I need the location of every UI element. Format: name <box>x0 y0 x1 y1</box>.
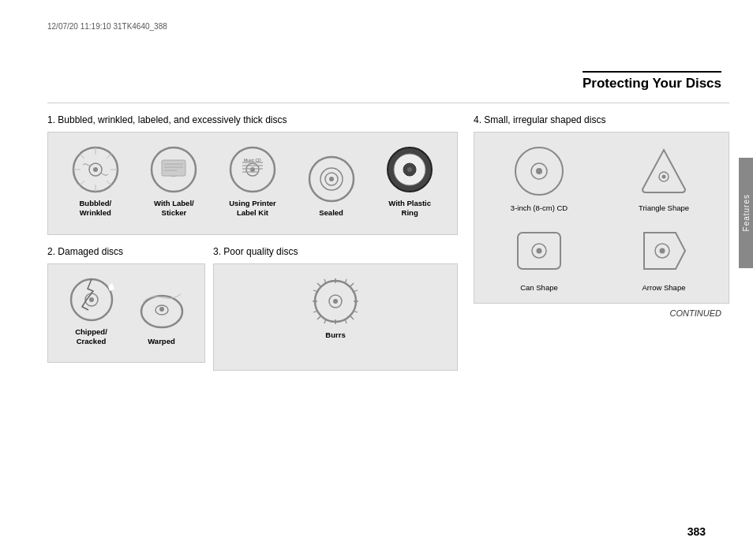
section3-box: Burrs <box>213 263 458 371</box>
page-number: 383 <box>687 525 706 538</box>
svg-line-50 <box>317 316 320 319</box>
chipped-icon <box>69 277 114 323</box>
disc-triangle-caption: Triangle Shape <box>639 203 689 212</box>
section4-disc-grid: 3-inch (8-cm) CD Triangle Shape <box>482 144 721 292</box>
main-content: 1. Bubbled, wrinkled, labeled, and exces… <box>47 103 729 513</box>
side-tab-label: Features <box>742 194 751 231</box>
svg-point-36 <box>89 297 94 302</box>
svg-line-48 <box>350 316 354 319</box>
section2-label: 2. Damaged discs <box>47 246 205 257</box>
arrow-icon <box>636 223 691 278</box>
disc-triangle: Triangle Shape <box>607 144 721 212</box>
disc-arrow: Arrow Shape <box>607 223 721 292</box>
section3: 3. Poor quality discs <box>213 246 458 375</box>
bottom-row: 2. Damaged discs <box>47 246 458 375</box>
disc-arrow-caption: Arrow Shape <box>642 283 686 292</box>
section2-disc-row: Chipped/Cracked <box>56 277 197 347</box>
can-icon <box>511 223 567 278</box>
disc-label-caption: With Label/Sticker <box>154 199 194 218</box>
svg-point-63 <box>662 175 666 179</box>
page-title-area: Protecting Your Discs <box>583 71 721 91</box>
disc-burrs: Burrs <box>311 277 360 340</box>
right-column: 4. Small, irregular shaped discs 3-inch … <box>474 114 729 374</box>
page-container: 12/07/20 11:19:10 31TK4640_388 Features … <box>0 0 753 560</box>
timestamp: 12/07/20 11:19:10 31TK4640_388 <box>47 22 167 31</box>
svg-point-20 <box>250 167 255 172</box>
section3-label: 3. Poor quality discs <box>213 246 458 257</box>
disc-sealed-caption: Sealed <box>319 208 343 218</box>
disc-bubbled: Bubbled/Wrinkled <box>71 145 120 218</box>
disc-burrs-caption: Burrs <box>325 330 345 340</box>
disc-ring-caption: With PlasticRing <box>388 199 431 218</box>
svg-line-47 <box>317 283 320 286</box>
disc-label: With Label/Sticker <box>149 145 198 218</box>
divider <box>47 103 729 103</box>
triangle-icon <box>636 144 691 199</box>
section2-box: Chipped/Cracked <box>47 263 205 364</box>
disc-warped-caption: Warped <box>148 337 174 346</box>
svg-point-42 <box>333 299 338 304</box>
section4-box: 3-inch (8-cm) CD Triangle Shape <box>474 132 729 304</box>
disc-3inch: 3-inch (8-cm) CD <box>482 144 596 212</box>
printer-icon: Music CD <box>228 145 277 194</box>
label-icon <box>149 145 198 194</box>
section1-box: Bubbled/Wrinkled <box>47 132 458 235</box>
disc-chipped: Chipped/Cracked <box>69 277 114 347</box>
disc-3inch-caption: 3-inch (8-cm) CD <box>511 203 568 212</box>
burrs-icon <box>311 277 360 326</box>
disc-chipped-caption: Chipped/Cracked <box>75 327 107 347</box>
disc-warped: Warped <box>139 286 185 346</box>
warped-icon <box>139 286 185 332</box>
side-tab: Features <box>739 158 753 268</box>
columns: 1. Bubbled, wrinkled, labeled, and exces… <box>47 114 729 374</box>
svg-point-2 <box>93 167 98 172</box>
sealed-icon <box>307 155 356 203</box>
svg-text:Music CD: Music CD <box>244 158 261 162</box>
section2: 2. Damaged discs <box>47 246 205 375</box>
svg-line-9 <box>107 153 112 159</box>
section3-disc-row: Burrs <box>222 277 449 340</box>
svg-line-10 <box>79 181 84 186</box>
svg-point-39 <box>159 307 164 312</box>
section1-label: 1. Bubbled, wrinkled, labeled, and exces… <box>47 114 458 125</box>
section1-disc-row: Bubbled/Wrinkled <box>56 145 449 218</box>
header-meta: 12/07/20 11:19:10 31TK4640_388 <box>47 22 167 31</box>
3inch-icon <box>511 144 567 199</box>
ring-icon <box>385 145 434 194</box>
disc-sealed: Sealed <box>307 155 356 218</box>
section4-label: 4. Small, irregular shaped discs <box>474 114 729 125</box>
svg-line-8 <box>107 181 112 186</box>
continued-text: CONTINUED <box>474 308 729 318</box>
disc-bubbled-caption: Bubbled/Wrinkled <box>79 199 111 218</box>
bubbled-icon <box>71 145 120 194</box>
disc-can: Can Shape <box>482 223 596 292</box>
svg-point-68 <box>660 248 665 254</box>
svg-point-66 <box>537 248 542 254</box>
svg-line-7 <box>79 153 84 159</box>
disc-can-caption: Can Shape <box>520 283 558 292</box>
svg-point-61 <box>536 168 542 174</box>
svg-line-49 <box>350 283 354 286</box>
disc-printer: Music CD Using PrinterLabel Kit <box>228 145 277 218</box>
svg-rect-14 <box>162 160 185 176</box>
page-title: Protecting Your Discs <box>583 71 721 91</box>
disc-printer-caption: Using PrinterLabel Kit <box>229 199 276 218</box>
left-column: 1. Bubbled, wrinkled, labeled, and exces… <box>47 114 458 374</box>
svg-point-33 <box>407 167 412 172</box>
disc-ring: With PlasticRing <box>385 145 434 218</box>
svg-point-29 <box>329 177 334 181</box>
